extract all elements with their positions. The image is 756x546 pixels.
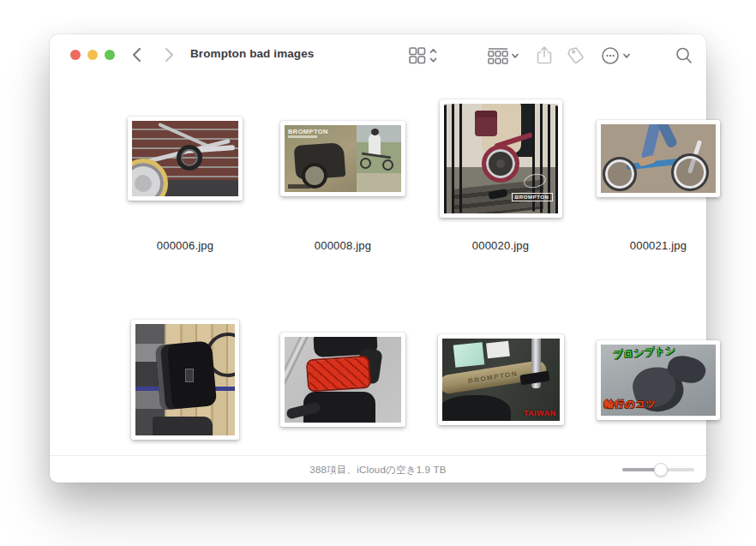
titlebar: Brompton bad images <box>50 34 706 75</box>
file-item: BROMPTON TAIWAN 000047.jpg <box>422 252 579 473</box>
thumb-area: BROMPTON TAIWAN <box>438 310 564 449</box>
file-item: 000021.jpg <box>579 89 737 252</box>
zoom-button[interactable] <box>105 50 115 60</box>
taiwan-watermark: TAIWAN <box>524 409 556 417</box>
file-label[interactable]: 000020.jpg <box>472 239 529 252</box>
photo-carrying-brompton-steps: BROMPTON <box>444 104 558 213</box>
thumbnail-000006[interactable] <box>128 117 243 201</box>
bike-wheel <box>382 159 393 171</box>
photo-bagged-bike-captions: ブロンプトン 輪行のコツ <box>601 345 716 416</box>
subtitle-bar <box>288 135 317 138</box>
traffic-lights <box>70 50 115 60</box>
brompton-engraving: BROMPTON <box>467 369 518 385</box>
forward-button[interactable] <box>159 45 178 64</box>
file-item: BROMPTON <box>264 89 422 252</box>
bike-wheel <box>671 153 709 191</box>
bike-lower-parts <box>153 417 213 435</box>
group-by-icon <box>487 45 519 66</box>
thumb-area: BROMPTON <box>440 89 562 228</box>
file-grid: 000006.jpg BROMPTON <box>57 89 699 473</box>
forward-chevron-icon <box>165 47 174 63</box>
photo-brompton-frame-tube: BROMPTON TAIWAN <box>442 339 560 421</box>
group-by-button[interactable] <box>487 45 519 66</box>
thumb-area <box>280 310 405 449</box>
bike-wheel <box>360 158 371 169</box>
file-label[interactable]: 000008.jpg <box>315 239 371 252</box>
dark-foreground <box>442 395 511 421</box>
thumbnail-000020[interactable]: BROMPTON <box>440 99 562 218</box>
minimize-button[interactable] <box>87 50 98 60</box>
grid-row-1: 000006.jpg BROMPTON <box>106 89 699 252</box>
thumbnail-000041[interactable] <box>131 320 239 440</box>
folded-bike-wheel <box>482 145 519 183</box>
thumbnail-000046[interactable] <box>280 333 405 427</box>
more-ellipsis-icon <box>601 45 633 66</box>
photo-black-bag-bike <box>135 324 235 435</box>
photo-blue-bike-sunset <box>601 124 716 193</box>
thumbnail-000048[interactable]: ブロンプトン 輪行のコツ <box>597 340 720 420</box>
japanese-caption-text: 輪行のコツ <box>604 398 657 411</box>
japanese-title-text: ブロンプトン <box>613 345 676 362</box>
file-item: 000006.jpg <box>106 89 264 252</box>
status-text: 388項目、iCloudの空き1.9 TB <box>50 464 706 477</box>
collage-right-panel <box>357 125 401 192</box>
photo-bike-brick-wall <box>132 121 238 196</box>
thumbnail-000008[interactable]: BROMPTON <box>280 121 405 196</box>
thumbnail-000047[interactable]: BROMPTON TAIWAN <box>438 334 564 425</box>
file-item: 000041.jpg <box>106 252 264 473</box>
back-button[interactable] <box>127 45 146 64</box>
view-switcher-button[interactable] <box>408 45 439 66</box>
thumb-area: BROMPTON <box>280 89 405 228</box>
search-button[interactable] <box>675 45 693 66</box>
bike-wheel <box>132 159 168 196</box>
brompton-logo-box: BROMPTON <box>512 193 553 201</box>
tag-icon <box>567 45 585 66</box>
railing-left <box>444 104 466 213</box>
grid-row-2: 000041.jpg 000046.jpg <box>106 252 699 473</box>
bag-label <box>185 369 194 382</box>
silver-pole <box>285 337 310 387</box>
window-reflection <box>486 341 510 359</box>
red-reflector <box>308 357 369 391</box>
file-label[interactable]: 000006.jpg <box>157 239 213 252</box>
zoom-slider-thumb[interactable] <box>654 463 668 477</box>
search-icon <box>675 45 693 66</box>
file-label[interactable]: 000021.jpg <box>630 239 687 252</box>
bike-wheel <box>603 157 637 191</box>
status-bar: 388項目、iCloudの空き1.9 TB <box>50 455 706 483</box>
window-reflection <box>453 342 484 367</box>
thumb-area <box>597 89 720 228</box>
thumbnail-000021[interactable] <box>597 120 720 197</box>
more-actions-button[interactable] <box>601 45 633 66</box>
share-button[interactable] <box>536 45 553 66</box>
zoom-slider[interactable] <box>622 468 694 471</box>
back-chevron-icon <box>132 47 141 63</box>
thumb-area <box>131 310 239 449</box>
thumb-area: ブロンプトン 輪行のコツ <box>597 310 720 449</box>
collage-left-panel: BROMPTON <box>285 125 357 192</box>
file-item: BROMPTON 000020.jpg <box>422 89 579 252</box>
file-item: 000046.jpg <box>264 252 422 473</box>
grid-view-icon <box>408 45 439 66</box>
finder-window: Brompton bad images <box>50 34 706 483</box>
caption-bar <box>288 184 310 189</box>
bike-crank <box>177 145 202 171</box>
photo-folded-bike-collage: BROMPTON <box>285 125 401 192</box>
brompton-text: BROMPTON <box>288 128 328 135</box>
window-title: Brompton bad images <box>190 47 314 60</box>
photo-red-reflector <box>285 337 401 423</box>
share-icon <box>536 45 553 66</box>
thumb-area <box>128 89 243 228</box>
maroon-bag <box>475 111 497 136</box>
tag-button[interactable] <box>567 45 585 66</box>
file-item: ブロンプトン 輪行のコツ 000048.jpg <box>579 252 737 473</box>
close-button[interactable] <box>70 50 81 60</box>
